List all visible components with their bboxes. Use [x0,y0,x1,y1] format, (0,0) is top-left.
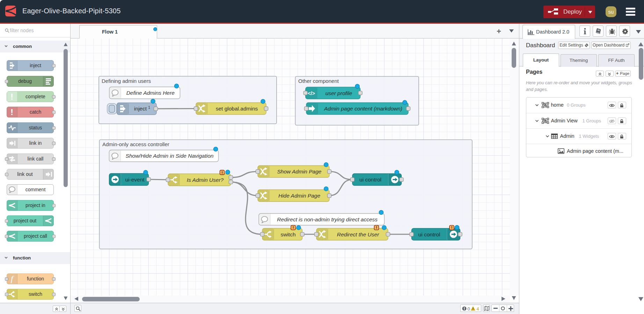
svg-text:Hide Admin Page: Hide Admin Page [278,193,320,199]
svg-text:set global.admins: set global.admins [216,106,258,112]
svg-text:Defining admin users: Defining admin users [102,78,151,84]
svg-text:Admin page content (markdown): Admin page content (markdown) [324,106,402,112]
svg-text:ui control: ui control [359,177,381,183]
svg-text:!: ! [10,92,13,101]
svg-text:Is Admin User?: Is Admin User? [187,177,224,183]
svg-text:Redirect the User: Redirect the User [337,231,379,237]
svg-text:Other component: Other component [298,78,339,84]
svg-text:ui control: ui control [418,231,440,237]
svg-text:user profile: user profile [325,90,352,96]
svg-text:!: ! [10,107,13,117]
svg-text:Show/Hide Admin in Side Naviga: Show/Hide Admin in Side Navigation [126,153,214,159]
svg-text:</>: </> [308,91,315,96]
svg-text:Redirect is non-admin trying d: Redirect is non-admin trying direct acce… [277,216,378,222]
svg-text:Show Admin Page: Show Admin Page [277,169,322,174]
svg-text:Define Admins Here: Define Admins Here [126,90,175,96]
svg-text:switch: switch [280,231,295,237]
svg-text:inject 1: inject 1 [134,105,151,112]
svg-text:Admin-only access controller: Admin-only access controller [102,141,169,147]
svg-text:ui-event: ui-event [125,177,145,183]
svg-text:f: f [11,274,14,283]
